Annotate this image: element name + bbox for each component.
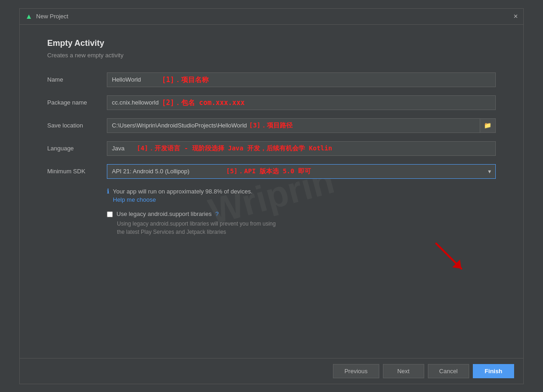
package-row: Package name [2]．包名 com.xxx.xxx <box>47 95 496 110</box>
package-input[interactable] <box>107 95 496 110</box>
title-bar-left: ▲ New Project <box>25 12 68 21</box>
dialog-title: New Project <box>36 13 68 20</box>
save-input-wrapper: 📁 [3]．项目路径 <box>107 118 496 133</box>
info-percentage: 98.8% <box>205 188 222 195</box>
close-button[interactable]: × <box>514 13 518 20</box>
language-input-wrapper: [4]．开发语言 - 现阶段选择 Java 开发，后续有机会学 Kotlin <box>107 141 496 156</box>
dialog-content: Empty Activity Creates a new empty activ… <box>20 25 523 358</box>
name-row: Name [1]．项目名称 <box>47 72 496 87</box>
checkbox-desc-line2: the latest Play Services and Jetpack lib… <box>117 229 226 235</box>
finish-button[interactable]: Finish <box>473 364 514 378</box>
checkbox-desc-line1: Using legacy android.support libraries w… <box>117 221 276 227</box>
folder-icon: 📁 <box>484 122 492 129</box>
save-location-row: Save location 📁 [3]．项目路径 <box>47 118 496 133</box>
name-input[interactable] <box>107 72 496 87</box>
legacy-checkbox[interactable] <box>107 211 113 217</box>
info-icon: ℹ <box>107 188 109 195</box>
sdk-row: Minimum SDK API 16: Android 4.1 (Jelly B… <box>47 164 496 179</box>
sdk-select-wrapper: API 16: Android 4.1 (Jelly Bean) API 17:… <box>107 164 496 179</box>
info-row: ℹ Your app will run on approximately 98.… <box>107 187 496 204</box>
help-me-choose-link[interactable]: Help me choose <box>113 196 156 203</box>
language-input[interactable] <box>107 141 496 156</box>
info-text-block: Your app will run on approximately 98.8%… <box>113 187 253 204</box>
legacy-checkbox-label[interactable]: Use legacy android.support libraries <box>116 210 211 217</box>
section-title: Empty Activity <box>47 39 496 48</box>
save-location-input[interactable] <box>107 118 480 133</box>
sdk-select[interactable]: API 16: Android 4.1 (Jelly Bean) API 17:… <box>107 164 496 179</box>
red-arrow-icon <box>432 239 468 277</box>
dialog-footer: Previous Next Cancel Finish <box>20 358 523 384</box>
package-input-wrapper: [2]．包名 com.xxx.xxx <box>107 95 496 110</box>
cancel-button[interactable]: Cancel <box>428 364 469 378</box>
package-label: Package name <box>47 99 107 106</box>
browse-folder-button[interactable]: 📁 <box>480 118 496 133</box>
previous-button[interactable]: Previous <box>333 364 379 378</box>
info-text-after: of devices. <box>222 188 253 195</box>
section-description: Creates a new empty activity <box>47 52 496 59</box>
android-logo-icon: ▲ <box>25 12 33 21</box>
info-text-before: Your app will run on approximately <box>113 188 205 195</box>
language-row: Language [4]．开发语言 - 现阶段选择 Java 开发，后续有机会学… <box>47 141 496 156</box>
legacy-checkbox-description: Using legacy android.support libraries w… <box>107 220 496 236</box>
arrow-decoration-area <box>47 236 496 282</box>
title-bar: ▲ New Project × <box>20 9 523 25</box>
save-location-label: Save location <box>47 122 107 129</box>
language-label: Language <box>47 145 107 152</box>
legacy-checkbox-row: Use legacy android.support libraries ? <box>107 210 496 217</box>
sdk-label: Minimum SDK <box>47 168 107 175</box>
new-project-dialog: Wriprin ▲ New Project × Empty Activity C… <box>19 8 524 384</box>
name-input-wrapper: [1]．项目名称 <box>107 72 496 87</box>
name-label: Name <box>47 76 107 83</box>
help-question-mark-icon[interactable]: ? <box>215 210 218 217</box>
next-button[interactable]: Next <box>383 364 424 378</box>
